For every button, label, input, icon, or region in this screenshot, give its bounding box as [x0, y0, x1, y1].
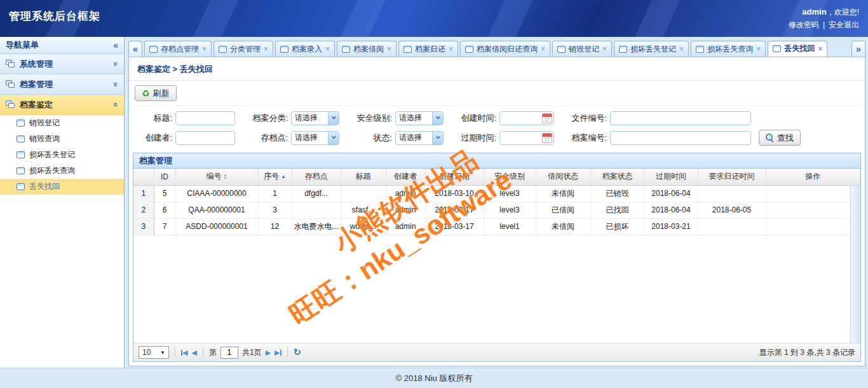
logout-link[interactable]: 安全退出	[829, 20, 859, 29]
tab-lost-recover[interactable]: 丢失找回×	[768, 41, 827, 57]
close-icon[interactable]: ×	[602, 45, 607, 53]
cell-return-due: 2018-06-05	[698, 202, 766, 218]
close-icon[interactable]: ×	[679, 45, 684, 53]
table-header-row: ID 编号▲▼ 序号▲ 存档点 标题 创建者 创建日期 安全级别 借阅状态	[133, 169, 860, 185]
cell-store	[292, 202, 341, 218]
sidebar-collapse-icon[interactable]: «	[113, 40, 118, 50]
store-select[interactable]: 请选择	[291, 131, 339, 145]
vertical-scrollbar[interactable]	[850, 186, 860, 343]
window-icon	[773, 45, 781, 52]
search-button[interactable]: 查找	[759, 130, 801, 146]
tab-category-mgmt[interactable]: 分类管理×	[214, 41, 273, 57]
tab-borrow-return-query[interactable]: 档案借阅归还查询×	[460, 41, 550, 57]
header-user-area: admin，欢迎您! 修改密码|安全退出	[789, 6, 859, 37]
change-password-link[interactable]: 修改密码	[789, 20, 819, 29]
close-icon[interactable]: ×	[541, 45, 545, 53]
tab-label: 损坏丢失登记	[630, 44, 676, 55]
col-store[interactable]: 存档点	[292, 169, 341, 185]
tabs-scroll-left-button[interactable]: «	[128, 41, 142, 57]
archive-no-input[interactable]	[610, 131, 751, 145]
close-icon[interactable]: ×	[387, 45, 391, 53]
table-row[interactable]: 2 6 QAA-000000001 3 sfasf... admin 2018-…	[133, 202, 860, 218]
tab-destroy-register[interactable]: 销毁登记×	[552, 41, 612, 57]
sidebar-section-archive[interactable]: 档案管理 »	[0, 74, 124, 95]
col-code[interactable]: 编号▲▼	[175, 169, 258, 185]
category-select[interactable]: 请选择	[291, 111, 339, 125]
search-button-label: 查找	[777, 132, 794, 144]
sidebar-item-damage-register[interactable]: 损坏丢失登记	[0, 147, 124, 163]
tab-label: 丢失找回	[784, 43, 815, 54]
title-input[interactable]	[175, 111, 235, 125]
cell-archive-status: 已找回	[590, 202, 644, 218]
col-borrow-status[interactable]: 借阅状态	[536, 169, 590, 185]
sidebar-item-damage-query[interactable]: 损坏丢失查询	[0, 163, 124, 179]
calendar-icon[interactable]	[542, 133, 552, 143]
creator-input[interactable]	[175, 131, 235, 145]
col-archive-status[interactable]: 档案状态	[590, 169, 644, 185]
tab-label: 档案借阅	[353, 44, 384, 55]
tab-archive-entry[interactable]: 档案录入×	[275, 41, 335, 57]
sidebar-section-system[interactable]: 系统管理 »	[0, 54, 124, 74]
search-form-row-1: 标题: 档案分类: 请选择 安全级别: 请选择 创建时间: 文件编号:	[135, 108, 859, 128]
page-size-select[interactable]: 10 ▼	[139, 346, 169, 359]
table-row[interactable]: 1 5 CIAAA-00000000 1 dfgdf... admin 2018…	[133, 185, 860, 202]
window-icon	[342, 46, 350, 53]
window-icon	[619, 46, 627, 53]
close-icon[interactable]: ×	[202, 45, 207, 53]
grid-body: ID 编号▲▼ 序号▲ 存档点 标题 创建者 创建日期 安全级别 借阅状态	[133, 169, 860, 343]
close-icon[interactable]: ×	[818, 45, 822, 53]
sidebar-section-appraisal[interactable]: 档案鉴定 «	[0, 95, 124, 115]
sidebar-item-lost-recover[interactable]: 丢失找回	[0, 179, 124, 195]
prev-page-button[interactable]: ◀	[191, 349, 196, 357]
cell-title: wdfas...	[341, 218, 386, 235]
refresh-button[interactable]: ♻ 刷新	[135, 85, 177, 101]
created-date-input[interactable]	[500, 113, 542, 124]
cell-security: level1	[484, 218, 536, 235]
col-created-date[interactable]: 创建日期	[425, 169, 484, 185]
window-icon	[557, 46, 566, 53]
tab-damage-query[interactable]: 损坏丢失查询×	[691, 41, 766, 57]
tabs-scroll-right-button[interactable]: »	[851, 41, 865, 57]
close-icon[interactable]: ×	[449, 45, 453, 53]
next-page-button[interactable]: ▶	[266, 349, 271, 357]
tab-archive-borrow[interactable]: 档案借阅×	[337, 41, 397, 57]
status-select[interactable]: 请选择	[395, 131, 444, 145]
cell-code: QAA-000000001	[175, 202, 258, 218]
grid-panel-title: 档案管理	[133, 153, 860, 169]
col-creator[interactable]: 创建者	[386, 169, 425, 185]
first-page-icon: ◀	[182, 349, 187, 357]
col-security[interactable]: 安全级别	[484, 169, 536, 185]
sidebar-item-destroy-query[interactable]: 销毁查询	[0, 131, 124, 147]
col-actions[interactable]: 操作	[766, 169, 860, 185]
close-icon[interactable]: ×	[756, 45, 761, 53]
caret-down-icon: ▼	[160, 350, 165, 356]
cascade-windows-icon	[6, 60, 15, 68]
page-number-input[interactable]	[220, 347, 238, 359]
title-label: 标题:	[135, 113, 175, 124]
first-page-button[interactable]: ◀	[181, 349, 187, 357]
last-page-button[interactable]: ▶	[275, 349, 281, 357]
tab-archive-return[interactable]: 档案归还×	[398, 41, 458, 57]
security-select[interactable]: 请选择	[395, 111, 444, 125]
close-icon[interactable]: ×	[264, 45, 268, 53]
col-expire-time[interactable]: 过期时间	[644, 169, 698, 185]
select-value: 请选择	[292, 132, 328, 143]
sidebar-item-destroy-register[interactable]: 销毁登记	[0, 115, 124, 131]
col-return-due[interactable]: 要求归还时间	[698, 169, 766, 185]
table-row[interactable]: 3 7 ASDD-000000001 12 水电费水电... wdfas... …	[133, 218, 860, 235]
col-id[interactable]: ID	[154, 169, 175, 185]
tab-store-mgmt[interactable]: 存档点管理×	[144, 41, 212, 57]
close-icon[interactable]: ×	[325, 45, 330, 53]
col-title[interactable]: 标题	[341, 169, 386, 185]
calendar-icon[interactable]	[542, 113, 552, 123]
reload-grid-button[interactable]: ↻	[294, 347, 302, 358]
archive-table: ID 编号▲▼ 序号▲ 存档点 标题 创建者 创建日期 安全级别 借阅状态	[133, 169, 860, 235]
sidebar-header: 导航菜单 «	[0, 37, 124, 54]
tab-damage-register[interactable]: 损坏丢失登记×	[614, 41, 689, 57]
link-separator: |	[823, 20, 825, 29]
sidebar-title: 导航菜单	[6, 39, 39, 51]
file-no-input[interactable]	[610, 111, 751, 125]
cell-creator: admin	[386, 185, 425, 202]
expired-date-input[interactable]	[500, 132, 542, 144]
col-seq[interactable]: 序号▲	[258, 169, 292, 185]
